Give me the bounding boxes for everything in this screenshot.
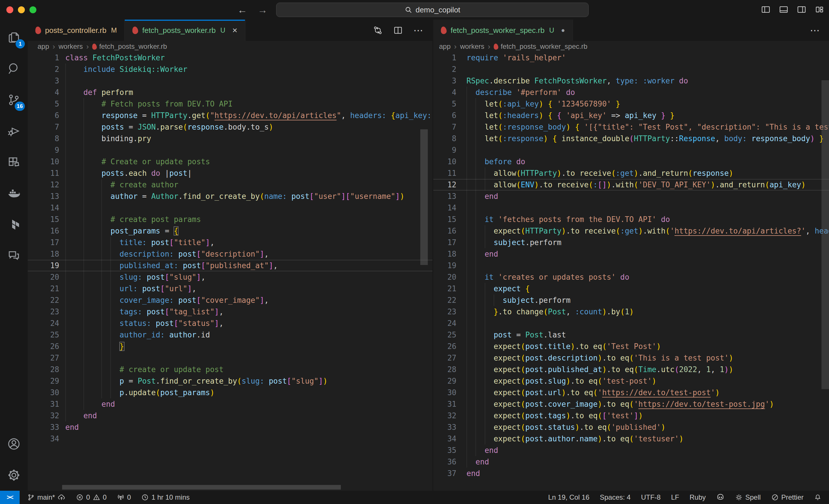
more-actions-icon[interactable]: ⋯ xyxy=(413,25,424,36)
code-line[interactable]: 32 expect(post.tags).to eq(['test']) xyxy=(433,410,829,421)
encoding[interactable]: UTF-8 xyxy=(641,493,660,501)
code-line[interactable]: 8 binding.pry xyxy=(28,133,432,144)
code-line[interactable]: 2 include Sidekiq::Worker xyxy=(28,64,432,75)
breadcrumb-item[interactable]: app xyxy=(38,42,49,50)
sidebar-item-run-and-debug[interactable] xyxy=(0,115,28,147)
code-line[interactable]: 21 expect { xyxy=(433,283,829,295)
code-line[interactable]: 17 title: post["title"], xyxy=(28,237,432,248)
problems-status[interactable]: 0 0 xyxy=(76,493,107,501)
breadcrumb-item[interactable]: fetch_posts_worker_spec.rb xyxy=(494,42,587,50)
code-editor-left[interactable]: 1class FetchPostsWorker2 include Sidekiq… xyxy=(28,52,432,491)
spell-checker-status[interactable]: Spell xyxy=(735,493,761,501)
traffic-light-maximize[interactable] xyxy=(30,6,36,13)
code-line[interactable]: 6 let(:headers) { { 'api_key' => api_key… xyxy=(433,110,829,121)
command-center-search[interactable]: demo_copilot xyxy=(276,3,589,17)
traffic-light-close[interactable] xyxy=(6,6,13,13)
code-line[interactable]: 17 subject.perform xyxy=(433,237,829,248)
code-line[interactable]: 5 let(:api_key) { '1234567890' } xyxy=(433,98,829,110)
customize-layout-icon[interactable] xyxy=(815,5,824,14)
code-line[interactable]: 19 published_at: post["published_at"], xyxy=(28,260,432,271)
breadcrumb-item[interactable]: app xyxy=(439,42,450,50)
code-line[interactable]: 28 # create or update post xyxy=(28,364,432,375)
code-line[interactable]: 24 xyxy=(433,317,829,329)
ports-status[interactable]: 0 xyxy=(117,493,131,501)
more-actions-icon[interactable]: ⋯ xyxy=(810,25,820,36)
copilot-status[interactable] xyxy=(716,493,725,502)
code-line[interactable]: 4 def perform xyxy=(28,87,432,98)
code-line[interactable]: 31 expect(post.cover_image).to eq('https… xyxy=(433,398,829,410)
breadcrumb-item[interactable]: workers xyxy=(460,42,484,50)
traffic-light-minimize[interactable] xyxy=(18,6,25,13)
toggle-panel-icon[interactable] xyxy=(779,5,789,14)
sidebar-item-chat[interactable] xyxy=(0,240,28,271)
forward-arrow-icon[interactable]: → xyxy=(258,3,267,17)
code-line[interactable]: 34 xyxy=(28,433,432,444)
notifications-status[interactable] xyxy=(814,494,822,501)
code-line[interactable]: 12 # create author xyxy=(28,179,432,191)
open-changes-icon[interactable] xyxy=(373,26,383,35)
code-line[interactable]: 22 cover_image: post["cover_image"], xyxy=(28,295,432,306)
code-line[interactable]: 4 describe '#perform' do xyxy=(433,87,829,98)
code-line[interactable]: 25 author_id: author.id xyxy=(28,329,432,341)
code-line[interactable]: 23 tags: post["tag_list"], xyxy=(28,306,432,317)
code-line[interactable]: 7 let(:response_body) { '[{"title": "Tes… xyxy=(433,121,829,133)
code-line[interactable]: 2 xyxy=(433,64,829,75)
code-line[interactable]: 31 end xyxy=(28,398,432,410)
tab-posts_controller.rb[interactable]: posts_controller.rbM xyxy=(28,20,125,41)
code-line[interactable]: 14 xyxy=(433,202,829,214)
code-line[interactable]: 30 expect(post.url).to eq('https://dev.t… xyxy=(433,387,829,398)
scrollbar-thumb-vertical[interactable] xyxy=(420,129,428,265)
code-line[interactable]: 28 expect(post.published_at).to eq(Time.… xyxy=(433,364,829,375)
code-line[interactable]: 25 post = Post.last xyxy=(433,329,829,341)
language-mode[interactable]: Ruby xyxy=(689,493,706,501)
code-line[interactable]: 32 end xyxy=(28,410,432,421)
eol-sequence[interactable]: LF xyxy=(671,493,679,501)
dirty-indicator-icon[interactable]: ● xyxy=(561,27,565,34)
code-line[interactable]: 34 expect(post.author.name).to eq('testu… xyxy=(433,433,829,444)
code-line[interactable]: 33 expect(post.status).to eq('published'… xyxy=(433,421,829,433)
git-branch-status[interactable]: main* xyxy=(27,493,66,501)
scrollbar-thumb-vertical[interactable] xyxy=(822,80,829,389)
sidebar-item-docker[interactable] xyxy=(0,178,28,209)
code-line[interactable]: 18 end xyxy=(433,248,829,260)
toggle-secondary-sidebar-icon[interactable] xyxy=(797,5,806,14)
code-line[interactable]: 12 allow(ENV).to receive(:[]).with('DEV_… xyxy=(433,179,829,191)
code-line[interactable]: 22 subject.perform xyxy=(433,295,829,306)
indentation[interactable]: Spaces: 4 xyxy=(600,493,630,501)
code-line[interactable]: 33end xyxy=(28,421,432,433)
code-line[interactable]: 15 # create post params xyxy=(28,214,432,225)
cursor-position[interactable]: Ln 19, Col 16 xyxy=(548,493,589,501)
code-line[interactable]: 29 expect(post.slug).to eq('test-post') xyxy=(433,375,829,387)
sidebar-item-account[interactable] xyxy=(0,428,28,460)
code-line[interactable]: 16 post_params = { xyxy=(28,225,432,237)
formatter-status[interactable]: Prettier xyxy=(771,493,803,501)
toggle-primary-sidebar-icon[interactable] xyxy=(761,5,771,14)
code-line[interactable]: 30 p.update(post_params) xyxy=(28,387,432,398)
code-line[interactable]: 29 p = Post.find_or_create_by(slug: post… xyxy=(28,375,432,387)
code-line[interactable]: 6 response = HTTParty.get("https://dev.t… xyxy=(28,110,432,121)
code-line[interactable]: 24 status: post["status"], xyxy=(28,317,432,329)
breadcrumb-item[interactable]: workers xyxy=(59,42,83,50)
split-editor-icon[interactable] xyxy=(393,26,403,35)
sidebar-item-settings[interactable] xyxy=(0,460,28,491)
code-line[interactable]: 37end xyxy=(433,468,829,479)
code-line[interactable]: 1class FetchPostsWorker xyxy=(28,52,432,64)
remote-indicator[interactable]: >< xyxy=(0,491,20,504)
code-line[interactable]: 20 it 'creates or updates posts' do xyxy=(433,271,829,283)
timer-status[interactable]: 1 hr 10 mins xyxy=(141,493,189,501)
code-line[interactable]: 27 expect(post.description).to eq('This … xyxy=(433,352,829,364)
code-line[interactable]: 21 url: post["url"], xyxy=(28,283,432,295)
code-line[interactable]: 13 end xyxy=(433,191,829,202)
sidebar-item-search[interactable] xyxy=(0,53,28,84)
scrollbar-thumb-horizontal[interactable] xyxy=(62,485,341,490)
code-line[interactable]: 1require 'rails_helper' xyxy=(433,52,829,64)
code-line[interactable]: 10 # Create or update posts xyxy=(28,156,432,167)
code-line[interactable]: 9 xyxy=(28,144,432,156)
code-line[interactable]: 18 description: post["description"], xyxy=(28,248,432,260)
code-line[interactable]: 15 it 'fetches posts from the DEV.TO API… xyxy=(433,214,829,225)
sidebar-item-source-control[interactable]: 16 xyxy=(0,84,28,115)
sidebar-item-terraform[interactable] xyxy=(0,209,28,240)
breadcrumb-item[interactable]: fetch_posts_worker.rb xyxy=(92,42,167,50)
code-line[interactable]: 3 xyxy=(28,75,432,87)
sidebar-item-extensions[interactable] xyxy=(0,147,28,178)
